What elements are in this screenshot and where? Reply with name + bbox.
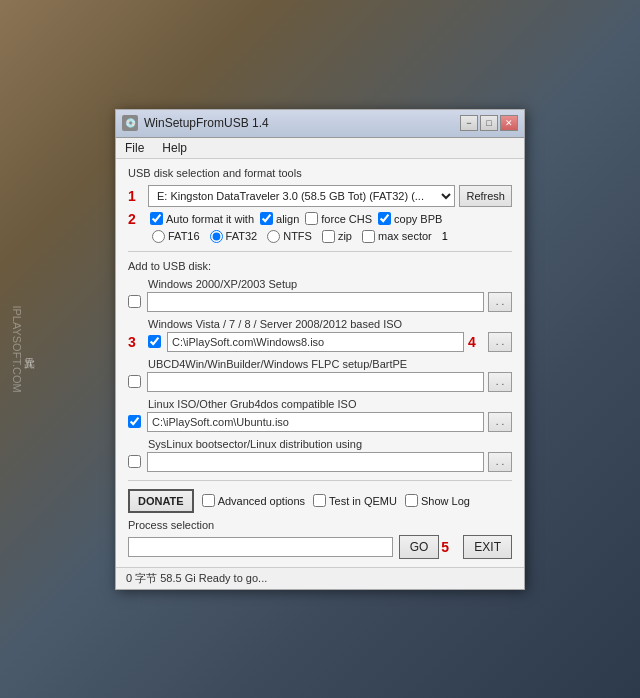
badge-2: 2 — [128, 211, 142, 227]
iso-title-syslinux: SysLinux bootsector/Linux distribution u… — [148, 438, 512, 450]
browse-btn-linux[interactable]: . . — [488, 412, 512, 432]
iso-path-syslinux[interactable] — [147, 452, 484, 472]
fat16-radio-label[interactable]: FAT16 — [152, 230, 200, 243]
ntfs-radio[interactable] — [267, 230, 280, 243]
advanced-options-label[interactable]: Advanced options — [202, 494, 305, 507]
filesystem-row: FAT16 FAT32 NTFS zip max sector 1 — [128, 230, 512, 243]
show-log-label[interactable]: Show Log — [405, 494, 470, 507]
add-to-usb-label: Add to USB disk: — [128, 260, 512, 272]
status-bar: 0 字节 58.5 Gi Ready to go... — [116, 567, 524, 589]
iso-input-row-ubcd: . . — [128, 372, 512, 392]
iso-input-row-syslinux: . . — [128, 452, 512, 472]
badge-3: 3 — [128, 334, 142, 350]
max-sector-checkbox[interactable] — [362, 230, 375, 243]
iso-title-vista: Windows Vista / 7 / 8 / Server 2008/2012… — [148, 318, 512, 330]
iso-checkbox-win2000[interactable] — [128, 295, 141, 308]
copy-bpb-checkbox-label[interactable]: copy BPB — [378, 212, 442, 225]
show-log-checkbox[interactable] — [405, 494, 418, 507]
maximize-button[interactable]: □ — [480, 115, 498, 131]
status-text: 0 字节 58.5 Gi Ready to go... — [126, 572, 267, 584]
test-qemu-checkbox[interactable] — [313, 494, 326, 507]
browse-btn-syslinux[interactable]: . . — [488, 452, 512, 472]
progress-bar — [128, 537, 393, 557]
test-qemu-label[interactable]: Test in QEMU — [313, 494, 397, 507]
auto-format-checkbox-label[interactable]: Auto format it with — [150, 212, 254, 225]
iso-checkbox-syslinux[interactable] — [128, 455, 141, 468]
badge-5: 5 — [441, 539, 455, 555]
usb-drive-select[interactable]: E: Kingston DataTraveler 3.0 (58.5 GB To… — [148, 185, 455, 207]
go-button[interactable]: GO — [399, 535, 440, 559]
iso-checkbox-vista[interactable] — [148, 335, 161, 348]
browse-btn-vista[interactable]: . . — [488, 332, 512, 352]
auto-format-checkbox[interactable] — [150, 212, 163, 225]
iso-input-row-vista: 3 4 . . — [128, 332, 512, 352]
iso-title-ubcd: UBCD4Win/WinBuilder/Windows FLPC setup/B… — [148, 358, 512, 370]
iso-checkbox-ubcd[interactable] — [128, 375, 141, 388]
main-window: 💿 WinSetupFromUSB 1.4 − □ ✕ File Help US… — [115, 109, 525, 590]
auto-format-row: 2 Auto format it with align force CHS co… — [128, 211, 512, 227]
iso-row-syslinux: SysLinux bootsector/Linux distribution u… — [128, 438, 512, 472]
iso-row-win2000: Windows 2000/XP/2003 Setup . . — [128, 278, 512, 312]
iso-title-win2000: Windows 2000/XP/2003 Setup — [148, 278, 512, 290]
menu-file[interactable]: File — [122, 140, 147, 156]
copy-bpb-checkbox[interactable] — [378, 212, 391, 225]
menu-help[interactable]: Help — [159, 140, 190, 156]
badge-1: 1 — [128, 188, 142, 204]
browse-btn-ubcd[interactable]: . . — [488, 372, 512, 392]
iso-checkbox-linux[interactable] — [128, 415, 141, 428]
exit-button[interactable]: EXIT — [463, 535, 512, 559]
iso-path-linux[interactable] — [147, 412, 484, 432]
max-sector-checkbox-label[interactable]: max sector — [362, 230, 432, 243]
process-selection-label: Process selection — [128, 519, 512, 531]
iso-row-ubcd: UBCD4Win/WinBuilder/Windows FLPC setup/B… — [128, 358, 512, 392]
refresh-button[interactable]: Refresh — [459, 185, 512, 207]
watermark: 异次元 IPLAYSOFT.COM — [10, 305, 36, 392]
ntfs-radio-label[interactable]: NTFS — [267, 230, 312, 243]
app-icon: 💿 — [122, 115, 138, 131]
window-title: WinSetupFromUSB 1.4 — [144, 116, 269, 130]
browse-btn-win2000[interactable]: . . — [488, 292, 512, 312]
align-checkbox-label[interactable]: align — [260, 212, 299, 225]
iso-path-win2000[interactable] — [147, 292, 484, 312]
align-checkbox[interactable] — [260, 212, 273, 225]
usb-section-label: USB disk selection and format tools — [128, 167, 512, 179]
window-controls: − □ ✕ — [460, 115, 518, 131]
zip-checkbox-label[interactable]: zip — [322, 230, 352, 243]
divider-1 — [128, 251, 512, 252]
fat32-radio[interactable] — [210, 230, 223, 243]
force-chs-checkbox[interactable] — [305, 212, 318, 225]
iso-path-vista[interactable] — [167, 332, 464, 352]
content-area: USB disk selection and format tools 1 E:… — [116, 159, 524, 567]
force-chs-checkbox-label[interactable]: force CHS — [305, 212, 372, 225]
title-bar: 💿 WinSetupFromUSB 1.4 − □ ✕ — [116, 110, 524, 138]
donate-button[interactable]: DONATE — [128, 489, 194, 513]
iso-row-linux: Linux ISO/Other Grub4dos compatible ISO … — [128, 398, 512, 432]
divider-2 — [128, 480, 512, 481]
zip-checkbox[interactable] — [322, 230, 335, 243]
progress-row: GO 5 EXIT — [128, 535, 512, 559]
iso-path-ubcd[interactable] — [147, 372, 484, 392]
iso-title-linux: Linux ISO/Other Grub4dos compatible ISO — [148, 398, 512, 410]
iso-row-vista: Windows Vista / 7 / 8 / Server 2008/2012… — [128, 318, 512, 352]
bottom-options-row: DONATE Advanced options Test in QEMU Sho… — [128, 489, 512, 513]
iso-input-row-linux: . . — [128, 412, 512, 432]
fat16-radio[interactable] — [152, 230, 165, 243]
menubar: File Help — [116, 138, 524, 159]
fat32-radio-label[interactable]: FAT32 — [210, 230, 258, 243]
usb-drive-row: 1 E: Kingston DataTraveler 3.0 (58.5 GB … — [128, 185, 512, 207]
iso-input-row-win2000: . . — [128, 292, 512, 312]
badge-4: 4 — [468, 334, 482, 350]
advanced-options-checkbox[interactable] — [202, 494, 215, 507]
close-button[interactable]: ✕ — [500, 115, 518, 131]
minimize-button[interactable]: − — [460, 115, 478, 131]
max-sector-value: 1 — [442, 230, 448, 242]
title-bar-left: 💿 WinSetupFromUSB 1.4 — [122, 115, 269, 131]
